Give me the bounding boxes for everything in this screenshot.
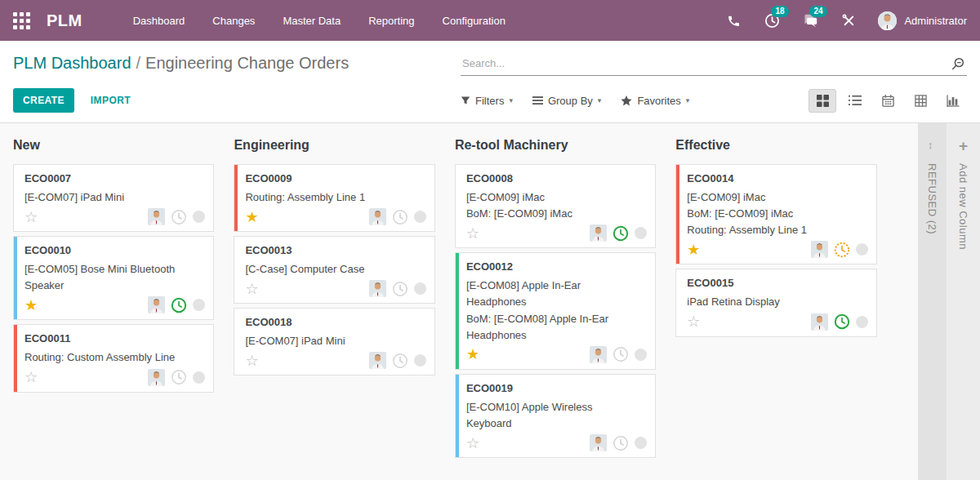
assignee-avatar[interactable] xyxy=(590,434,607,451)
card-color-bar xyxy=(234,237,238,303)
activity-clock-icon[interactable] xyxy=(171,209,187,225)
assignee-avatar[interactable] xyxy=(148,296,165,313)
kanban-state-dot[interactable] xyxy=(193,211,205,223)
kanban-column-retool-machinery: Re-tool Machinery ECO0008 [E-COM09] iMac… xyxy=(455,123,656,480)
eco-card[interactable]: ECO0011 Routing: Custom Assembly Line ☆ xyxy=(13,324,214,392)
priority-star-icon[interactable]: ☆ xyxy=(24,210,38,224)
activity-clock-icon[interactable] xyxy=(392,353,408,369)
eco-description: [E-COM05] Bose Mini Bluetooth Speaker xyxy=(24,261,205,294)
activities-clock-icon[interactable]: 18 xyxy=(763,11,781,29)
column-title[interactable]: New xyxy=(13,138,214,153)
messages-icon[interactable]: 24 xyxy=(801,11,819,29)
eco-card[interactable]: ECO0015 iPad Retina Display ☆ xyxy=(675,269,876,336)
activity-clock-icon[interactable] xyxy=(392,209,408,225)
kanban-state-dot[interactable] xyxy=(635,349,647,361)
eco-number: ECO0014 xyxy=(687,172,867,184)
card-color-bar xyxy=(14,165,17,231)
view-pivot-button[interactable] xyxy=(906,89,934,113)
priority-star-icon[interactable]: ☆ xyxy=(245,353,258,368)
collapsed-column-title[interactable]: REFUSED (2) xyxy=(926,163,938,234)
menu-dashboard[interactable]: Dashboard xyxy=(133,15,185,27)
priority-star-icon[interactable]: ★ xyxy=(466,347,479,362)
kanban-state-dot[interactable] xyxy=(856,243,868,256)
activity-clock-icon[interactable] xyxy=(834,242,850,258)
eco-card[interactable]: ECO0009 Routing: Assembly Line 1 ★ xyxy=(234,164,434,232)
view-graph-button[interactable] xyxy=(939,89,967,113)
kanban-state-dot[interactable] xyxy=(414,282,426,295)
kanban-state-dot[interactable] xyxy=(414,354,426,367)
kanban-state-dot[interactable] xyxy=(635,227,647,239)
user-menu[interactable]: Administrator xyxy=(878,11,967,30)
eco-card[interactable]: ECO0010 [E-COM05] Bose Mini Bluetooth Sp… xyxy=(13,236,214,320)
kanban-state-dot[interactable] xyxy=(193,371,205,384)
assignee-avatar[interactable] xyxy=(148,208,165,225)
group-by-dropdown[interactable]: Group By▾ xyxy=(532,95,601,107)
activity-clock-icon[interactable] xyxy=(612,346,629,362)
column-title[interactable]: Effective xyxy=(675,138,876,153)
assignee-avatar[interactable] xyxy=(369,352,386,369)
priority-star-icon[interactable]: ☆ xyxy=(466,436,479,451)
activity-clock-icon[interactable] xyxy=(612,225,629,242)
assignee-avatar[interactable] xyxy=(590,224,607,242)
priority-star-icon[interactable]: ☆ xyxy=(466,226,479,241)
view-calendar-button[interactable] xyxy=(874,89,902,113)
priority-star-icon[interactable]: ★ xyxy=(687,242,700,257)
breadcrumb-parent[interactable]: PLM Dashboard xyxy=(13,54,131,72)
collapsed-column-refused[interactable]: ↔ REFUSED (2) xyxy=(918,123,947,480)
kanban-state-dot[interactable] xyxy=(856,316,868,328)
eco-number: ECO0007 xyxy=(24,172,205,184)
eco-description: [E-COM09] iMac BoM: [E-COM09] iMac xyxy=(466,189,647,222)
eco-card[interactable]: ECO0007 [E-COM07] iPad Mini ☆ xyxy=(13,164,214,232)
kanban-state-dot[interactable] xyxy=(193,299,205,311)
column-title[interactable]: Engineering xyxy=(234,138,434,153)
expand-column-icon[interactable]: ↔ xyxy=(926,140,938,151)
search-input[interactable] xyxy=(461,52,967,76)
eco-card[interactable]: ECO0019 [E-COM10] Apple Wireless Keyboar… xyxy=(455,374,656,458)
view-list-button[interactable] xyxy=(841,89,869,113)
card-color-bar xyxy=(456,375,459,457)
import-button[interactable]: IMPORT xyxy=(91,95,131,106)
eco-card[interactable]: ECO0014 [E-COM09] iMac BoM: [E-COM09] iM… xyxy=(675,164,876,264)
activity-clock-icon[interactable] xyxy=(834,313,850,330)
add-new-column-button[interactable]: + Add new Column xyxy=(947,123,980,480)
activity-clock-icon[interactable] xyxy=(171,369,187,385)
assignee-avatar[interactable] xyxy=(811,313,828,331)
priority-star-icon[interactable]: ★ xyxy=(24,298,38,313)
assignee-avatar[interactable] xyxy=(590,346,607,363)
activity-clock-icon[interactable] xyxy=(171,297,187,313)
phone-icon[interactable] xyxy=(724,11,742,29)
column-title[interactable]: Re-tool Machinery xyxy=(455,138,656,153)
kanban-state-dot[interactable] xyxy=(635,437,647,449)
filters-dropdown[interactable]: Filters▾ xyxy=(461,95,513,107)
eco-number: ECO0008 xyxy=(466,172,647,184)
create-button[interactable]: CREATE xyxy=(13,88,74,113)
app-title[interactable]: PLM xyxy=(47,11,82,30)
activity-clock-icon[interactable] xyxy=(612,435,629,451)
eco-card[interactable]: ECO0008 [E-COM09] iMac BoM: [E-COM09] iM… xyxy=(455,164,656,248)
eco-card[interactable]: ECO0013 [C-Case] Computer Case ☆ xyxy=(234,236,434,304)
priority-star-icon[interactable]: ☆ xyxy=(245,282,258,296)
menu-master-data[interactable]: Master Data xyxy=(283,15,341,27)
group-by-bars-icon xyxy=(532,96,543,105)
kanban-state-dot[interactable] xyxy=(414,211,426,223)
apps-menu-icon[interactable] xyxy=(13,12,30,29)
priority-star-icon[interactable]: ☆ xyxy=(687,314,700,329)
menu-reporting[interactable]: Reporting xyxy=(368,15,414,27)
assignee-avatar[interactable] xyxy=(369,280,386,297)
view-kanban-button[interactable] xyxy=(808,89,836,113)
developer-tools-icon[interactable] xyxy=(840,11,858,29)
menu-configuration[interactable]: Configuration xyxy=(443,15,506,27)
favorites-dropdown[interactable]: Favorites▾ xyxy=(621,95,689,107)
chevron-down-icon: ▾ xyxy=(509,96,513,104)
eco-card[interactable]: ECO0012 [E-COM08] Apple In-Ear Headphone… xyxy=(455,252,656,370)
priority-star-icon[interactable]: ★ xyxy=(245,210,258,224)
assignee-avatar[interactable] xyxy=(369,208,386,225)
priority-star-icon[interactable]: ☆ xyxy=(24,370,38,384)
eco-card[interactable]: ECO0018 [E-COM07] iPad Mini ☆ xyxy=(234,308,434,376)
assignee-avatar[interactable] xyxy=(148,369,165,386)
user-name: Administrator xyxy=(904,15,967,27)
assignee-avatar[interactable] xyxy=(811,241,828,258)
activity-clock-icon[interactable] xyxy=(392,281,408,297)
search-icon[interactable] xyxy=(951,56,965,74)
menu-changes[interactable]: Changes xyxy=(212,15,255,27)
